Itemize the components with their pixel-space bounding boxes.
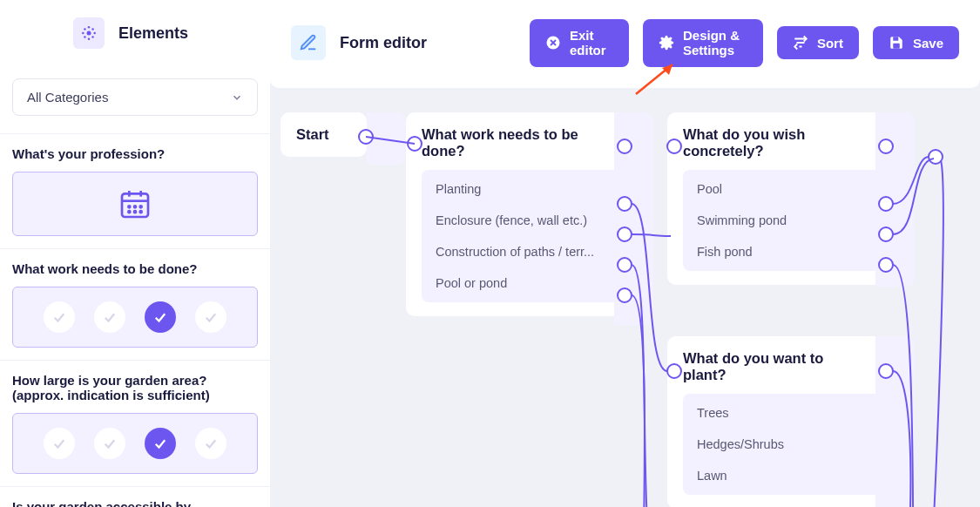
element-label: What's your profession? bbox=[12, 146, 258, 161]
button-label: Design & Settings bbox=[683, 28, 747, 58]
node-port-area bbox=[614, 112, 653, 325]
sidebar-title: Elements bbox=[118, 24, 188, 43]
svg-point-15 bbox=[140, 206, 142, 207]
option-item[interactable]: Hedges/Shrubs bbox=[683, 429, 887, 460]
check-icon bbox=[203, 309, 219, 325]
form-editor-icon bbox=[291, 25, 326, 60]
svg-rect-20 bbox=[893, 37, 898, 42]
check-option bbox=[195, 428, 226, 459]
gear-icon bbox=[659, 35, 674, 51]
check-icon bbox=[51, 436, 67, 451]
option-item[interactable]: Planting bbox=[422, 173, 625, 205]
option-item[interactable]: Trees bbox=[683, 397, 887, 429]
check-option-selected bbox=[145, 428, 176, 459]
flow-node-q3[interactable]: What do you want to plant? Trees Hedges/… bbox=[667, 336, 902, 508]
flow-canvas[interactable]: Start What work needs to be done? Planti… bbox=[270, 88, 980, 508]
check-option-selected bbox=[145, 301, 176, 333]
element-label: How large is your garden area? (approx. … bbox=[12, 373, 258, 402]
sort-button[interactable]: Sort bbox=[777, 26, 859, 59]
sidebar: Elements All Categories What's your prof… bbox=[0, 0, 270, 507]
node-title: What do you want to plant? bbox=[683, 350, 848, 383]
svg-point-14 bbox=[134, 206, 136, 207]
check-icon bbox=[102, 309, 118, 325]
element-preview-multichoice bbox=[12, 287, 258, 348]
svg-point-8 bbox=[91, 36, 94, 38]
page-title: Form editor bbox=[340, 34, 427, 52]
elements-icon bbox=[73, 17, 105, 49]
topbar: Form editor Exit editor Design & Setting… bbox=[270, 0, 980, 88]
port-in[interactable] bbox=[929, 150, 943, 164]
element-preview-datepicker bbox=[12, 172, 258, 236]
sidebar-header: Elements bbox=[0, 17, 270, 66]
element-item[interactable]: How large is your garden area? (approx. … bbox=[0, 360, 270, 486]
node-title: What do you wish concretely? bbox=[683, 126, 848, 159]
svg-point-6 bbox=[91, 28, 94, 30]
svg-point-2 bbox=[88, 37, 91, 39]
check-icon bbox=[152, 309, 168, 325]
option-item[interactable]: Fish pond bbox=[683, 236, 887, 267]
check-option bbox=[94, 301, 125, 333]
node-port-area bbox=[875, 336, 915, 508]
option-list: Pool Swimming pond Fish pond bbox=[683, 170, 887, 271]
node-port-area bbox=[875, 112, 915, 287]
flow-node-start[interactable]: Start bbox=[280, 112, 367, 157]
node-title: Start bbox=[296, 126, 351, 143]
calendar-icon bbox=[118, 186, 152, 221]
option-list: Planting Enclosure (fence, wall etc.) Co… bbox=[422, 170, 625, 302]
exit-editor-button[interactable]: Exit editor bbox=[530, 19, 629, 67]
button-label: Exit editor bbox=[570, 28, 613, 58]
svg-rect-21 bbox=[893, 44, 900, 49]
sort-icon bbox=[793, 35, 808, 51]
check-option bbox=[44, 301, 75, 333]
check-option bbox=[94, 428, 125, 459]
svg-point-0 bbox=[87, 31, 91, 36]
button-label: Sort bbox=[817, 36, 843, 51]
svg-point-17 bbox=[134, 211, 136, 213]
svg-marker-23 bbox=[662, 64, 672, 75]
svg-point-4 bbox=[93, 32, 96, 35]
svg-point-18 bbox=[140, 211, 142, 213]
node-title: What work needs to be done? bbox=[422, 126, 587, 159]
element-item[interactable]: What's your profession? bbox=[0, 133, 270, 248]
main-area: Form editor Exit editor Design & Setting… bbox=[270, 0, 980, 507]
svg-point-16 bbox=[128, 211, 130, 213]
element-label: What work needs to be done? bbox=[12, 261, 258, 276]
category-select[interactable]: All Categories bbox=[12, 78, 258, 116]
button-label: Save bbox=[913, 36, 943, 51]
svg-point-1 bbox=[88, 26, 91, 28]
element-item[interactable]: What work needs to be done? bbox=[0, 248, 270, 360]
option-item[interactable]: Lawn bbox=[683, 460, 887, 491]
option-item[interactable]: Enclosure (fence, wall etc.) bbox=[422, 205, 625, 236]
element-item[interactable]: Is your garden accessible by constructio… bbox=[0, 486, 270, 507]
check-option bbox=[195, 301, 226, 333]
chevron-down-icon bbox=[231, 91, 243, 104]
option-item[interactable]: Pool bbox=[683, 173, 887, 205]
node-port-area bbox=[367, 112, 406, 165]
flow-node-q1[interactable]: What work needs to be done? Planting Enc… bbox=[406, 112, 641, 316]
element-label: Is your garden accessible by constructio… bbox=[12, 499, 258, 507]
option-item[interactable]: Construction of paths / terr... bbox=[422, 236, 625, 267]
svg-point-7 bbox=[84, 36, 86, 38]
check-icon bbox=[102, 436, 118, 451]
flow-node-q2[interactable]: What do you wish concretely? Pool Swimmi… bbox=[667, 112, 902, 285]
option-item[interactable]: Pool or pond bbox=[422, 267, 625, 299]
element-preview-multichoice bbox=[12, 413, 258, 474]
save-button[interactable]: Save bbox=[873, 26, 959, 59]
svg-point-3 bbox=[82, 32, 84, 35]
check-icon bbox=[203, 436, 219, 451]
svg-point-5 bbox=[84, 28, 86, 30]
option-list: Trees Hedges/Shrubs Lawn bbox=[683, 394, 887, 495]
check-option bbox=[44, 428, 75, 459]
option-item[interactable]: Swimming pond bbox=[683, 205, 887, 236]
save-icon bbox=[889, 35, 904, 51]
category-value: All Categories bbox=[27, 90, 108, 105]
check-icon bbox=[51, 309, 67, 325]
close-circle-icon bbox=[545, 35, 561, 51]
svg-point-13 bbox=[128, 206, 130, 207]
check-icon bbox=[152, 436, 168, 451]
